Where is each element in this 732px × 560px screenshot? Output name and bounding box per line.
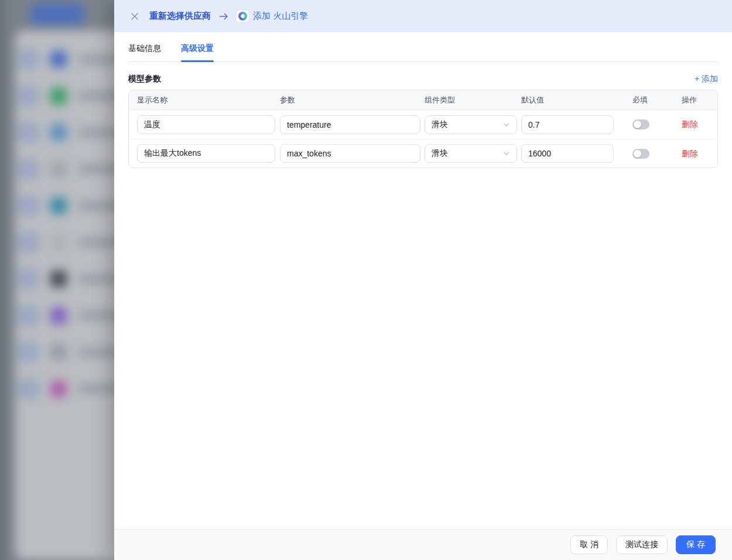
volcengine-logo-icon (237, 10, 249, 22)
reselect-provider-link[interactable]: 重新选择供应商 (149, 11, 211, 22)
table-row: 滑块 删除 (129, 110, 717, 139)
add-provider-label: 添加 火山引擎 (253, 11, 308, 22)
col-display-name: 显示名称 (129, 95, 280, 105)
required-toggle[interactable] (632, 149, 649, 159)
model-params-section-header: 模型参数 + 添加 (128, 74, 718, 84)
col-action: 操作 (679, 95, 717, 105)
tab-advanced-settings[interactable]: 高级设置 (181, 43, 214, 62)
tab-basic-info[interactable]: 基础信息 (128, 43, 161, 62)
save-button[interactable]: 保 存 (676, 535, 716, 554)
model-params-table: 显示名称 参数 组件类型 默认值 必填 操作 滑块 (128, 90, 718, 168)
component-type-value: 滑块 (432, 119, 448, 130)
app-screen: 重新选择供应商 添加 火山引擎 基础信息 高级设置 模型参数 + 添加 (0, 0, 732, 560)
component-type-select[interactable]: 滑块 (425, 144, 517, 163)
cancel-button[interactable]: 取 消 (570, 535, 608, 554)
param-name-input[interactable] (280, 144, 420, 163)
default-value-input[interactable] (521, 115, 614, 134)
col-required: 必填 (632, 95, 679, 105)
chevron-down-icon (503, 150, 510, 157)
add-provider-breadcrumb: 添加 火山引擎 (237, 10, 308, 22)
table-row: 滑块 删除 (129, 139, 717, 168)
delete-row-button[interactable]: 删除 (682, 149, 698, 158)
display-name-input[interactable] (137, 115, 275, 134)
component-type-select[interactable]: 滑块 (425, 115, 517, 134)
display-name-input[interactable] (137, 144, 275, 163)
close-icon (130, 12, 139, 21)
add-param-button[interactable]: + 添加 (695, 74, 718, 84)
col-component-type: 组件类型 (425, 95, 521, 105)
col-param: 参数 (280, 95, 425, 105)
drawer-footer: 取 消 测试连接 保 存 (114, 529, 732, 560)
arrow-right-icon (219, 12, 228, 21)
col-default-value: 默认值 (521, 95, 632, 105)
drawer-body: 基础信息 高级设置 模型参数 + 添加 显示名称 参数 组件类型 默认值 必填 … (114, 32, 732, 529)
component-type-value: 滑块 (432, 148, 448, 159)
param-name-input[interactable] (280, 115, 420, 134)
close-button[interactable] (128, 10, 141, 23)
required-toggle[interactable] (632, 119, 649, 129)
section-title: 模型参数 (128, 74, 161, 84)
chevron-down-icon (503, 121, 510, 128)
test-connection-button[interactable]: 测试连接 (616, 535, 668, 554)
table-header-row: 显示名称 参数 组件类型 默认值 必填 操作 (129, 90, 717, 110)
delete-row-button[interactable]: 删除 (682, 119, 698, 129)
provider-config-drawer: 重新选择供应商 添加 火山引擎 基础信息 高级设置 模型参数 + 添加 (114, 0, 732, 560)
tab-bar: 基础信息 高级设置 (128, 32, 718, 62)
drawer-header: 重新选择供应商 添加 火山引擎 (114, 0, 732, 32)
default-value-input[interactable] (521, 144, 614, 163)
